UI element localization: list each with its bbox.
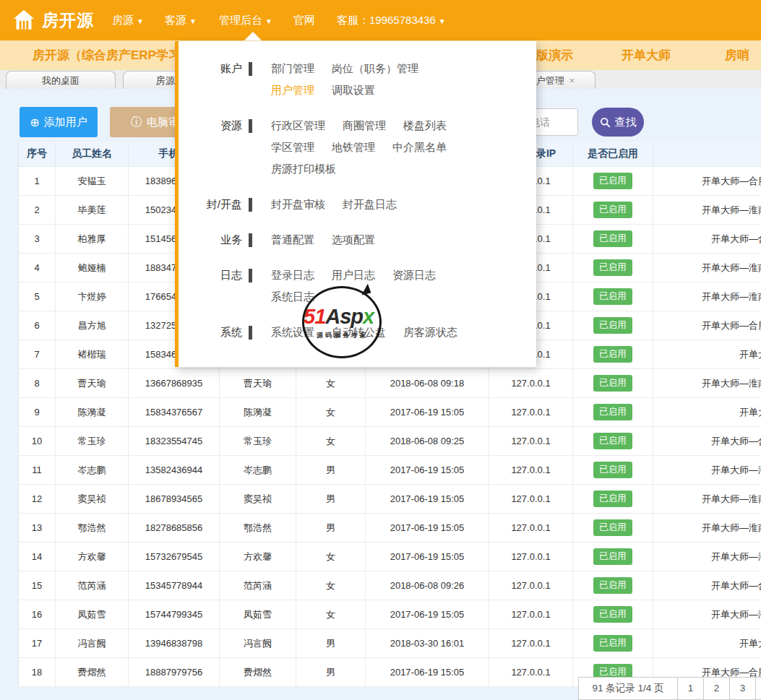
table-cell: 开单大 <box>653 398 761 427</box>
close-icon[interactable]: × <box>569 75 575 86</box>
nav-item-service-phone[interactable]: 客服：19965783436▼ <box>337 0 446 40</box>
column-header: 员工姓名 <box>56 142 129 167</box>
table-cell: 鄠浩然 <box>56 514 129 543</box>
menu-group-2: 封/开盘封开盘审核封开盘日志 <box>179 194 536 215</box>
nav-item-official-site[interactable]: 官网 <box>293 0 315 40</box>
search-button[interactable]: 查找 <box>592 108 644 137</box>
table-cell: 开单大 <box>653 340 761 369</box>
table-cell: 18278685856 <box>129 514 220 543</box>
table-cell: 2018-06-08 09:25 <box>366 427 489 456</box>
status-badge: 已启用 <box>593 433 632 449</box>
table-cell: 2017-06-19 15:05 <box>366 398 489 427</box>
table-cell: 女 <box>296 600 366 629</box>
menu-item[interactable]: 商圈管理 <box>343 115 386 137</box>
table-cell: 9 <box>19 398 56 427</box>
table-row: 11岑志鹏13582436944岑志鹏男2017-06-19 15:05127.… <box>19 456 761 485</box>
table-cell: 5 <box>19 282 56 311</box>
menu-group-bar <box>249 62 252 76</box>
page-button-3[interactable]: 3 <box>730 677 756 700</box>
table-cell: 13946838798 <box>129 629 220 658</box>
menu-item[interactable]: 封开盘审核 <box>271 194 325 215</box>
table-cell: 凤茹雪 <box>220 600 296 629</box>
table-cell: 毕美莲 <box>56 196 129 225</box>
menu-row: 部门管理岗位（职务）管理 <box>271 58 436 79</box>
table-cell-status: 已启用 <box>573 225 653 254</box>
menu-item[interactable]: 资源日志 <box>392 264 436 286</box>
menu-group-label: 资源 <box>179 115 242 137</box>
table-cell: 18887979756 <box>129 658 220 687</box>
table-cell-status: 已启用 <box>573 571 653 600</box>
banner-link-fangshao[interactable]: 房哨 <box>725 40 749 70</box>
app-logo[interactable]: 房开源 <box>12 0 94 40</box>
menu-item[interactable]: 用户日志 <box>332 264 375 286</box>
menu-item[interactable]: 用户管理 <box>271 79 314 101</box>
table-cell: 127.0.0.1 <box>489 398 573 427</box>
status-badge: 已启用 <box>593 202 632 218</box>
banner-left-text: 房开源（综合房产ERP学习 <box>33 40 181 70</box>
page-button-2[interactable]: 2 <box>704 677 730 700</box>
menu-item[interactable]: 行政区管理 <box>271 115 325 137</box>
table-cell: 开单大师—合 <box>653 571 761 600</box>
menu-item[interactable]: 房客源状态 <box>403 321 457 343</box>
table-cell: 13 <box>19 514 56 543</box>
table-cell: 常玉珍 <box>56 427 129 456</box>
menu-item[interactable]: 登录日志 <box>271 264 314 286</box>
table-cell: 柏雅厚 <box>56 225 129 254</box>
table-cell: 冯言阙 <box>220 629 296 658</box>
menu-item[interactable]: 房源打印模板 <box>271 158 336 180</box>
table-cell: 18678934565 <box>129 485 220 514</box>
menu-item[interactable]: 封开盘日志 <box>343 194 397 215</box>
menu-item[interactable]: 自动转公盘 <box>332 321 386 343</box>
table-cell: 15744799345 <box>129 600 220 629</box>
tab-my-desktop[interactable]: 我的桌面 <box>6 71 116 89</box>
page-button-1[interactable]: 1 <box>678 677 704 700</box>
table-cell: 2018-03-30 16:01 <box>366 629 489 658</box>
menu-item[interactable]: 系统日志 <box>271 286 314 308</box>
table-cell-status: 已启用 <box>573 543 653 571</box>
search-icon <box>600 117 611 128</box>
table-cell: 陈漪凝 <box>220 398 296 427</box>
status-badge: 已启用 <box>593 317 632 334</box>
table-cell: 安韫玉 <box>56 167 129 196</box>
table-cell: 11 <box>19 456 56 485</box>
nav-item-customers[interactable]: 客源▼ <box>165 0 197 40</box>
menu-item[interactable]: 调取设置 <box>332 79 375 101</box>
menu-item[interactable]: 学区管理 <box>271 137 314 158</box>
status-badge: 已启用 <box>593 230 632 247</box>
status-badge: 已启用 <box>593 548 632 565</box>
table-cell-status: 已启用 <box>573 196 653 225</box>
add-user-button[interactable]: ⊕ 添加用户 <box>20 107 98 137</box>
banner-link-kaidan-dashi[interactable]: 开单大师 <box>622 40 671 70</box>
banner-link-demo[interactable]: 版演示 <box>536 40 573 70</box>
menu-row: 系统日志 <box>271 286 453 308</box>
menu-group-label: 业务 <box>179 229 242 251</box>
table-cell: 开单大师—淮南 <box>653 282 761 311</box>
menu-item[interactable]: 部门管理 <box>271 58 314 79</box>
table-cell: 昌方旭 <box>56 311 129 340</box>
menu-item[interactable]: 岗位（职务）管理 <box>332 58 418 79</box>
menu-group-items: 登录日志用户日志资源日志系统日志 <box>271 264 453 308</box>
menu-group-bar <box>249 326 252 340</box>
menu-item[interactable]: 楼盘列表 <box>403 115 447 137</box>
menu-group-bar <box>249 119 252 133</box>
table-cell-status: 已启用 <box>573 369 653 398</box>
nav-item-housing[interactable]: 房源▼ <box>112 0 144 40</box>
pagination-bar: 91 条记录 1/4 页 1 2 3 4 <box>578 677 761 700</box>
menu-group-bar <box>249 233 252 247</box>
menu-group-4: 日志登录日志用户日志资源日志系统日志 <box>179 264 536 308</box>
menu-item[interactable]: 中介黑名单 <box>392 137 447 158</box>
table-cell: 2017-06-19 15:05 <box>366 485 489 514</box>
menu-item[interactable]: 普通配置 <box>271 229 314 251</box>
menu-group-items: 行政区管理商圈管理楼盘列表学区管理地铁管理中介黑名单房源打印模板 <box>271 115 464 180</box>
menu-item[interactable]: 系统设置 <box>271 321 314 343</box>
page-button-4[interactable]: 4 <box>756 677 761 700</box>
menu-group-label: 账户 <box>179 58 242 79</box>
table-cell-status: 已启用 <box>573 282 653 311</box>
menu-item[interactable]: 地铁管理 <box>332 137 375 158</box>
menu-item[interactable]: 选项配置 <box>332 229 375 251</box>
table-cell: 127.0.0.1 <box>489 514 573 543</box>
table-cell: 3 <box>19 225 56 254</box>
table-cell: 开单大师—淮南 <box>653 254 761 282</box>
chevron-down-icon: ▼ <box>189 17 197 25</box>
table-cell: 13667868935 <box>129 369 220 398</box>
